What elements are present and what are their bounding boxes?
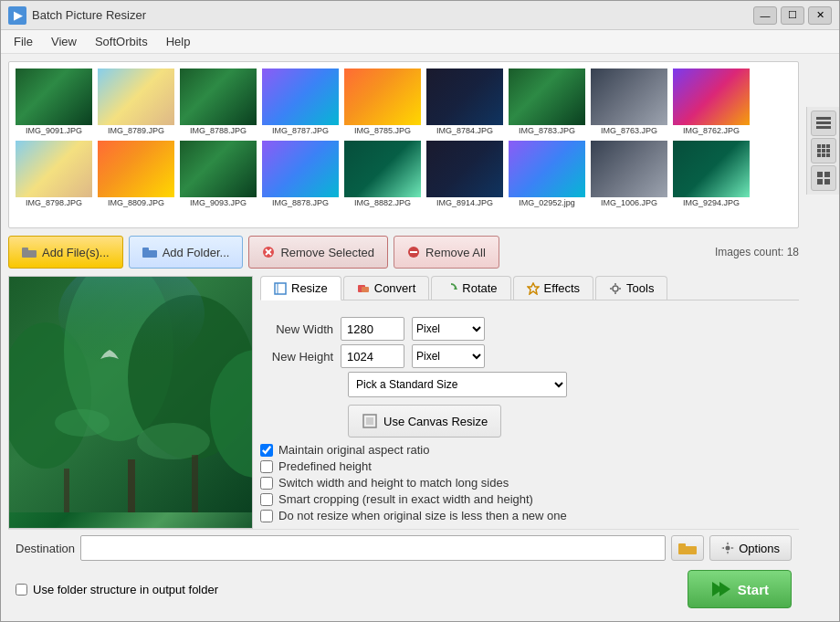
maximize-button[interactable]: ☐ [781, 6, 804, 25]
tab-effects[interactable]: Effects [513, 276, 594, 300]
canvas-area: Use Canvas Resize [260, 405, 799, 438]
list-item[interactable]: IMG_8784.JPG [425, 68, 504, 136]
checkbox-row: Switch width and height to match long si… [260, 476, 799, 490]
right-toolbar [806, 107, 839, 195]
svg-rect-48 [366, 417, 373, 425]
thumb-label: IMG_8789.JPG [108, 126, 164, 135]
remove-all-button[interactable]: Remove All [394, 236, 499, 269]
checkbox-row: Predefined height [260, 459, 799, 473]
thumb-label: IMG_8914.JPG [436, 198, 493, 207]
list-item[interactable]: IMG_02952.jpg [508, 140, 586, 208]
list-item[interactable]: IMG_1006.JPG [590, 140, 668, 208]
svg-point-31 [55, 409, 110, 437]
menu-file[interactable]: File [5, 33, 42, 50]
width-unit-select[interactable]: Pixel Percent Cm Inch [412, 317, 485, 341]
svg-rect-7 [822, 149, 825, 153]
toolbar-view3[interactable] [811, 165, 836, 191]
thumb-label: IMG_1006.JPG [601, 198, 657, 207]
svg-rect-8 [826, 149, 830, 153]
thumb-label: IMG_8787.JPG [272, 126, 329, 135]
height-label: New Height [260, 350, 333, 364]
browse-folder-button[interactable] [671, 535, 704, 561]
svg-rect-9 [817, 153, 821, 157]
tab-rotate[interactable]: Rotate [431, 276, 510, 300]
list-item[interactable]: IMG_8763.JPG [590, 68, 668, 136]
folder-structure-label: Use folder structure in output folder [33, 583, 218, 596]
width-input[interactable] [341, 317, 404, 341]
svg-point-51 [726, 546, 730, 551]
list-item[interactable]: IMG_8809.JPG [97, 140, 175, 208]
close-button[interactable]: ✕ [808, 6, 832, 25]
list-item[interactable]: IMG_8762.JPG [672, 68, 751, 136]
left-panel: IMG_9091.JPGIMG_8789.JPGIMG_8788.JPGIMG_… [1, 54, 806, 622]
thumb-label: IMG_8788.JPG [190, 126, 247, 135]
svg-rect-11 [826, 153, 830, 157]
list-item[interactable]: IMG_8798.JPG [15, 140, 93, 208]
tab-convert[interactable]: Convert [343, 276, 430, 300]
list-item[interactable]: IMG_8882.JPG [343, 140, 422, 208]
list-item[interactable]: IMG_8783.JPG [508, 68, 586, 136]
destination-input[interactable] [80, 535, 666, 561]
svg-rect-1 [816, 121, 831, 124]
list-item[interactable]: IMG_8914.JPG [425, 140, 504, 208]
svg-rect-35 [192, 455, 198, 512]
standard-size-select[interactable]: Pick a Standard Size 640x480 800x600 102… [348, 372, 567, 397]
no_resize_smaller-checkbox[interactable] [260, 510, 273, 522]
list-item[interactable]: IMG_8785.JPG [343, 68, 422, 136]
checkbox-row: Do not resize when original size is less… [260, 509, 799, 522]
svg-rect-4 [822, 144, 825, 148]
image-grid[interactable]: IMG_9091.JPGIMG_8789.JPGIMG_8788.JPGIMG_… [8, 61, 799, 228]
svg-rect-6 [817, 149, 821, 153]
bottom-section: Resize Convert Rotate Effects [8, 276, 799, 529]
thumb-label: IMG_9093.JPG [190, 198, 247, 207]
menu-view[interactable]: View [42, 33, 86, 50]
start-button[interactable]: Start [688, 570, 792, 608]
tab-resize[interactable]: Resize [260, 276, 341, 300]
list-item[interactable]: IMG_8788.JPG [179, 68, 257, 136]
list-item[interactable]: IMG_9093.JPG [179, 140, 257, 208]
list-item[interactable]: IMG_8789.JPG [97, 68, 175, 136]
svg-rect-19 [142, 250, 157, 258]
no_resize_smaller-label: Do not resize when original size is less… [278, 509, 567, 522]
svg-rect-5 [826, 144, 830, 148]
svg-rect-2 [816, 126, 831, 129]
toolbar-view2[interactable] [811, 138, 836, 163]
toolbar-view1[interactable] [811, 111, 836, 136]
add-files-button[interactable]: Add File(s)... [8, 236, 123, 269]
menu-softorbits[interactable]: SoftOrbits [86, 33, 157, 50]
canvas-resize-button[interactable]: Use Canvas Resize [348, 405, 501, 438]
svg-rect-15 [824, 179, 830, 184]
preview-image [8, 276, 253, 529]
height-unit-select[interactable]: Pixel Percent Cm Inch [412, 344, 485, 368]
checkbox-row: Maintain original aspect ratio [260, 443, 799, 457]
width-label: New Width [260, 322, 333, 336]
list-item[interactable]: IMG_8787.JPG [261, 68, 340, 136]
folder-structure-row: Use folder structure in output folder [16, 583, 218, 596]
list-item[interactable]: IMG_8878.JPG [261, 140, 340, 208]
folder-structure-checkbox[interactable] [16, 584, 27, 596]
svg-rect-14 [817, 179, 823, 184]
bottom-bar: Use folder structure in output folder St… [8, 566, 799, 616]
predefined_height-checkbox[interactable] [260, 460, 273, 473]
svg-rect-12 [817, 172, 823, 177]
height-input[interactable] [341, 344, 404, 368]
list-item[interactable]: IMG_9294.JPG [672, 140, 751, 208]
thumb-label: IMG_8878.JPG [272, 198, 329, 207]
minimize-button[interactable]: — [753, 6, 777, 25]
menu-help[interactable]: Help [157, 33, 200, 50]
predefined_height-label: Predefined height [278, 459, 372, 473]
maintain_ratio-checkbox[interactable] [260, 444, 273, 457]
switch_width_height-checkbox[interactable] [260, 477, 273, 490]
smart_cropping-label: Smart cropping (result in exact width an… [278, 492, 533, 506]
svg-rect-50 [678, 546, 697, 554]
svg-rect-36 [275, 283, 286, 294]
thumb-label: IMG_9091.JPG [26, 126, 82, 135]
switch_width_height-label: Switch width and height to match long si… [278, 476, 509, 490]
add-folder-button[interactable]: Add Folder... [129, 236, 244, 269]
smart_cropping-checkbox[interactable] [260, 493, 273, 506]
options-button[interactable]: Options [709, 535, 792, 561]
tab-tools[interactable]: Tools [595, 276, 667, 300]
list-item[interactable]: IMG_9091.JPG [15, 68, 93, 136]
action-row: Add File(s)... Add Folder... Remove Sele… [8, 236, 799, 269]
remove-selected-button[interactable]: Remove Selected [248, 236, 388, 269]
